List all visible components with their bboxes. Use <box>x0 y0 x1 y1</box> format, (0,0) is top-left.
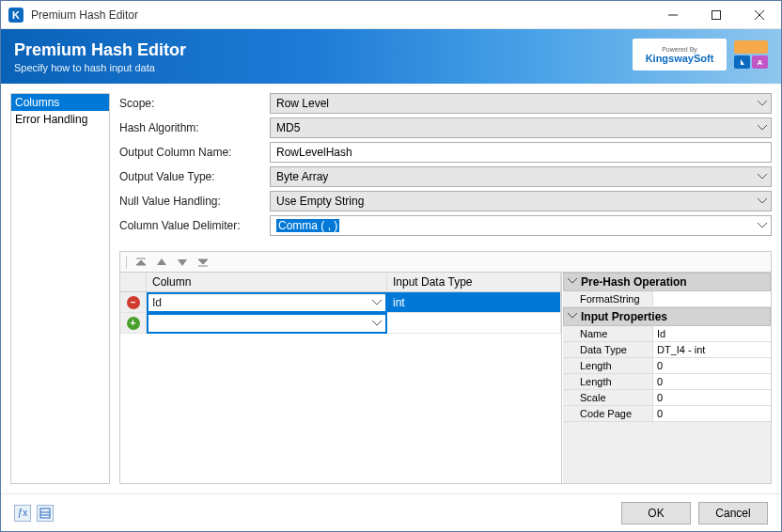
prop-value[interactable]: 0 <box>653 358 771 373</box>
output-column-name-input[interactable]: RowLevelHash <box>270 142 772 163</box>
output-column-name-value: RowLevelHash <box>276 146 352 159</box>
output-value-type-label: Output Value Type: <box>119 170 270 183</box>
grid-header-column[interactable]: Column <box>147 273 387 291</box>
prop-name[interactable]: Name Id <box>563 326 771 342</box>
scope-label: Scope: <box>119 97 270 110</box>
prop-value[interactable]: 0 <box>653 390 771 405</box>
prop-value[interactable]: 0 <box>653 374 771 389</box>
chevron-down-icon <box>758 125 767 131</box>
sidebar-item-error-handling[interactable]: Error Handling <box>11 111 109 128</box>
grid-rows: – Id int + <box>120 292 561 483</box>
chevron-down-icon <box>758 101 767 106</box>
chevron-down-icon <box>758 223 767 228</box>
main-panel: Scope: Row Level Hash Algorithm: MD5 Out… <box>119 93 772 484</box>
sidebar-item-columns[interactable]: Columns <box>11 94 109 111</box>
expression-icon[interactable]: ƒx <box>14 505 31 522</box>
null-value-handling-label: Null Value Handling: <box>119 195 270 208</box>
scope-select[interactable]: Row Level <box>270 93 772 114</box>
hash-algorithm-select[interactable]: MD5 <box>270 117 772 138</box>
close-button[interactable] <box>738 1 781 29</box>
svg-rect-4 <box>40 509 50 518</box>
section-input-properties[interactable]: Input Properties <box>563 307 771 326</box>
brand-area: Powered By KingswaySoft A <box>633 39 768 70</box>
prop-key: Length <box>563 358 653 373</box>
move-bottom-button[interactable] <box>195 255 211 270</box>
null-value-handling-select[interactable]: Use Empty String <box>270 191 772 211</box>
prop-key: Data Type <box>563 342 653 357</box>
footer: ƒx OK Cancel <box>1 493 781 531</box>
column-cell-select[interactable] <box>147 313 387 334</box>
grid-header: Column Input Data Type <box>120 273 561 292</box>
hash-algorithm-label: Hash Algorithm: <box>119 121 270 134</box>
prop-key: FormatString <box>563 291 653 306</box>
grid-area: Column Input Data Type – Id int <box>119 251 772 484</box>
prop-key: Code Page <box>563 406 653 421</box>
grid-row[interactable]: – Id int <box>120 292 561 313</box>
move-top-button[interactable] <box>133 255 149 270</box>
column-value-delimiter-value: Comma ( , ) <box>276 219 339 232</box>
body: Columns Error Handling Scope: Row Level … <box>1 84 781 493</box>
null-value-handling-value: Use Empty String <box>276 195 364 208</box>
column-value-delimiter-label: Column Value Delimiter: <box>119 219 270 232</box>
grid-left: Column Input Data Type – Id int <box>120 273 562 483</box>
prop-value[interactable]: DT_I4 - int <box>653 342 771 357</box>
input-data-type-cell[interactable]: int <box>387 292 561 313</box>
grid-split: Column Input Data Type – Id int <box>119 272 772 484</box>
chevron-down-icon <box>758 174 767 180</box>
cancel-button[interactable]: Cancel <box>698 502 768 524</box>
prop-value[interactable]: 0 <box>653 406 771 421</box>
prop-value[interactable]: Id <box>653 326 771 341</box>
divider <box>126 256 127 269</box>
add-row-button[interactable]: + <box>120 313 147 334</box>
section-title: Input Properties <box>581 310 667 323</box>
window-controls <box>651 1 781 29</box>
powered-by-label: Powered By <box>662 46 697 53</box>
brand-name: KingswaySoft <box>646 53 714 64</box>
prop-key: Length <box>563 374 653 389</box>
prop-key: Name <box>563 326 653 341</box>
hash-algorithm-value: MD5 <box>276 121 300 134</box>
prop-data-type[interactable]: Data Type DT_I4 - int <box>563 342 771 358</box>
prop-length[interactable]: Length 0 <box>563 358 771 374</box>
section-title: Pre-Hash Operation <box>581 275 687 289</box>
grid-header-rowheader <box>120 273 147 291</box>
collapse-icon <box>568 311 577 321</box>
brand-logo: Powered By KingswaySoft <box>633 39 727 70</box>
output-value-type-select[interactable]: Byte Array <box>270 166 772 187</box>
window: K Premium Hash Editor Premium Hash Edito… <box>0 0 782 532</box>
output-column-name-label: Output Column Name: <box>119 146 270 159</box>
banner: Premium Hash Editor Specify how to hash … <box>1 29 781 84</box>
move-up-button[interactable] <box>153 255 170 270</box>
chevron-down-icon <box>372 321 382 326</box>
scope-value: Row Level <box>276 97 329 110</box>
prop-format-string[interactable]: FormatString <box>563 291 771 307</box>
svg-rect-1 <box>712 10 721 19</box>
banner-heading: Premium Hash Editor <box>14 40 186 60</box>
grid-row-new[interactable]: + <box>120 313 561 334</box>
properties-icon[interactable] <box>37 505 54 522</box>
banner-subtitle: Specify how to hash input data <box>14 62 186 73</box>
minimize-button[interactable] <box>651 1 695 29</box>
prop-code-page[interactable]: Code Page 0 <box>563 406 771 422</box>
prop-value[interactable] <box>653 291 771 306</box>
maximize-button[interactable] <box>695 1 738 29</box>
input-data-type-cell[interactable] <box>387 313 561 334</box>
grid-header-input-data-type[interactable]: Input Data Type <box>387 273 561 291</box>
section-pre-hash-operation[interactable]: Pre-Hash Operation <box>563 273 771 291</box>
prop-scale[interactable]: Scale 0 <box>563 390 771 406</box>
column-value-delimiter-select[interactable]: Comma ( , ) <box>270 215 772 236</box>
remove-row-button[interactable]: – <box>120 292 147 313</box>
column-cell-value: Id <box>152 296 162 309</box>
ok-button[interactable]: OK <box>621 502 691 524</box>
plus-icon: + <box>127 317 140 330</box>
column-cell-select[interactable]: Id <box>147 292 387 313</box>
prop-length-2[interactable]: Length 0 <box>563 374 771 390</box>
sidebar: Columns Error Handling <box>10 93 110 484</box>
move-down-button[interactable] <box>174 255 191 270</box>
chevron-down-icon <box>758 198 767 204</box>
app-icon: K <box>8 8 23 23</box>
titlebar: K Premium Hash Editor <box>1 1 781 29</box>
grid-toolbar <box>119 251 772 272</box>
collapse-icon <box>568 276 577 286</box>
footer-icons: ƒx <box>14 505 54 522</box>
